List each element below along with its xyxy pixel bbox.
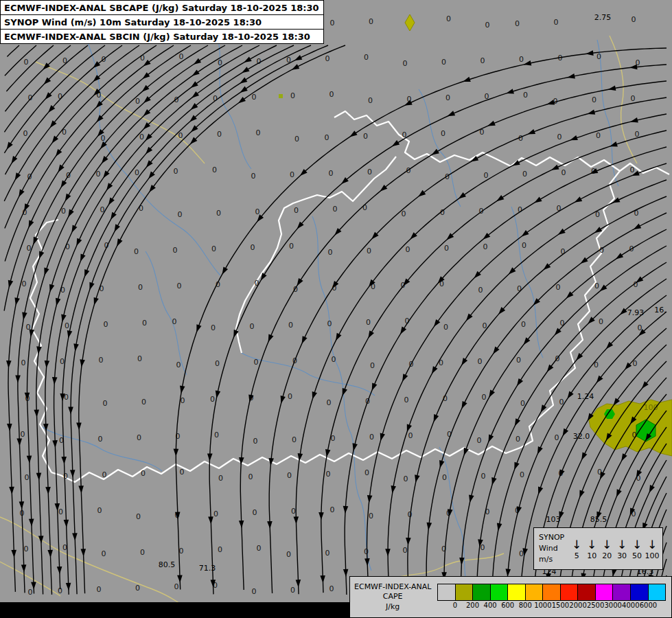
svg-text:0: 0 [137, 354, 142, 363]
cape-tick-label: 600 [501, 602, 514, 609]
svg-text:0: 0 [406, 245, 410, 254]
svg-text:0: 0 [329, 169, 334, 178]
svg-text:0: 0 [135, 168, 139, 177]
cape-tick-label: 1000 [534, 602, 551, 609]
svg-text:0: 0 [257, 57, 262, 66]
svg-text:0: 0 [134, 247, 139, 256]
svg-text:0: 0 [325, 54, 330, 63]
svg-text:0: 0 [103, 399, 108, 408]
svg-text:0: 0 [135, 97, 140, 106]
cape-legend-subtitle: CAPE [354, 592, 431, 602]
svg-text:0: 0 [515, 19, 520, 28]
svg-text:0: 0 [251, 243, 255, 252]
svg-text:0: 0 [255, 279, 259, 288]
svg-text:0: 0 [62, 543, 67, 552]
down-arrow-icon: ↓ [599, 538, 614, 551]
svg-text:0: 0 [102, 470, 107, 479]
down-arrow-icon: ↓ [629, 538, 645, 551]
cape-color-cell [508, 584, 526, 600]
svg-text:0: 0 [250, 322, 255, 331]
cape-color-cell [578, 584, 596, 600]
svg-text:0: 0 [478, 286, 483, 295]
svg-text:0: 0 [24, 58, 29, 67]
svg-text:0: 0 [251, 172, 256, 181]
wind-speed-label: 30 [614, 551, 629, 560]
svg-text:0: 0 [330, 19, 335, 27]
svg-text:0: 0 [484, 171, 489, 180]
svg-text:0: 0 [403, 59, 408, 68]
title-line-sbcin: ECMWF-INDEX-ANAL SBCIN (J/kg) Saturday 1… [1, 30, 323, 43]
cape-colorbar [437, 584, 666, 601]
svg-text:0: 0 [97, 506, 102, 515]
svg-text:0: 0 [445, 93, 450, 102]
svg-text:0: 0 [24, 545, 29, 553]
svg-text:0: 0 [179, 52, 184, 61]
svg-text:0: 0 [478, 357, 483, 366]
down-arrow-icon: ↓ [645, 538, 660, 551]
svg-text:0: 0 [139, 204, 143, 213]
svg-text:0: 0 [403, 546, 408, 555]
wind-speed-scale: ↓5↓10↓20↓30↓50↓100 [569, 538, 660, 560]
svg-text:0: 0 [292, 435, 297, 444]
svg-text:0: 0 [441, 129, 445, 138]
svg-text:0: 0 [99, 356, 104, 365]
cape-color-cell [631, 584, 649, 600]
svg-text:0: 0 [22, 279, 27, 288]
svg-text:0: 0 [58, 507, 63, 516]
svg-text:0: 0 [180, 468, 185, 477]
cape-color-cell [456, 584, 474, 600]
cape-colorbar-ticks: 0200400600800100015002000250030004000600… [437, 601, 666, 610]
svg-text:0: 0 [176, 360, 181, 369]
svg-text:0: 0 [290, 586, 295, 595]
svg-text:0: 0 [333, 205, 338, 214]
svg-text:0: 0 [104, 320, 108, 329]
cape-tick-label: 6000 [640, 602, 657, 609]
svg-text:0: 0 [135, 584, 140, 593]
svg-text:0: 0 [290, 170, 294, 179]
svg-text:0: 0 [408, 431, 413, 440]
cape-legend-titles: ECMWF-INDEX-ANAL CAPE J/kg [354, 582, 437, 612]
station-value: 71.3 [199, 564, 216, 573]
cape-legend: ECMWF-INDEX-ANAL CAPE J/kg 0200400600800… [349, 576, 672, 618]
svg-text:0: 0 [248, 472, 253, 481]
svg-text:0: 0 [519, 55, 524, 64]
station-value: 2.75 [594, 13, 612, 22]
svg-text:0: 0 [554, 18, 559, 27]
svg-text:0: 0 [444, 244, 449, 253]
svg-text:0: 0 [257, 544, 262, 553]
svg-text:0: 0 [214, 431, 219, 439]
svg-text:0: 0 [326, 470, 331, 479]
station-value: 7.93 [627, 308, 645, 317]
svg-text:0: 0 [443, 323, 448, 332]
svg-text:0: 0 [136, 512, 141, 521]
svg-text:0: 0 [174, 167, 178, 176]
down-arrow-icon: ↓ [584, 538, 599, 551]
svg-text:0: 0 [477, 436, 482, 445]
svg-text:0: 0 [630, 165, 635, 174]
wind-legend-units: m/s [539, 554, 564, 565]
svg-text:0: 0 [516, 356, 521, 365]
svg-text:0: 0 [369, 17, 373, 26]
svg-text:0: 0 [523, 91, 528, 100]
svg-text:0: 0 [172, 317, 177, 326]
svg-text:0: 0 [286, 550, 291, 559]
svg-text:0: 0 [253, 437, 258, 446]
cape-color-cell [613, 584, 631, 600]
svg-text:0: 0 [140, 548, 145, 557]
title-line-wind: SYNOP Wind (m/s) 10m Saturday 18-10-2025… [1, 15, 323, 30]
svg-text:0: 0 [217, 130, 222, 139]
svg-text:0: 0 [252, 587, 257, 596]
cape-color-cell [561, 584, 579, 600]
svg-text:0: 0 [142, 319, 147, 328]
svg-text:0: 0 [364, 468, 369, 477]
svg-text:0: 0 [485, 21, 490, 30]
svg-text:0: 0 [289, 242, 294, 251]
svg-text:0: 0 [294, 206, 299, 215]
svg-text:0: 0 [480, 543, 485, 552]
svg-text:0: 0 [483, 242, 488, 251]
svg-text:0: 0 [141, 469, 146, 478]
svg-text:0: 0 [21, 430, 25, 439]
wind-speed-label: 20 [599, 551, 614, 560]
svg-text:0: 0 [329, 584, 334, 593]
svg-text:0: 0 [328, 248, 333, 257]
